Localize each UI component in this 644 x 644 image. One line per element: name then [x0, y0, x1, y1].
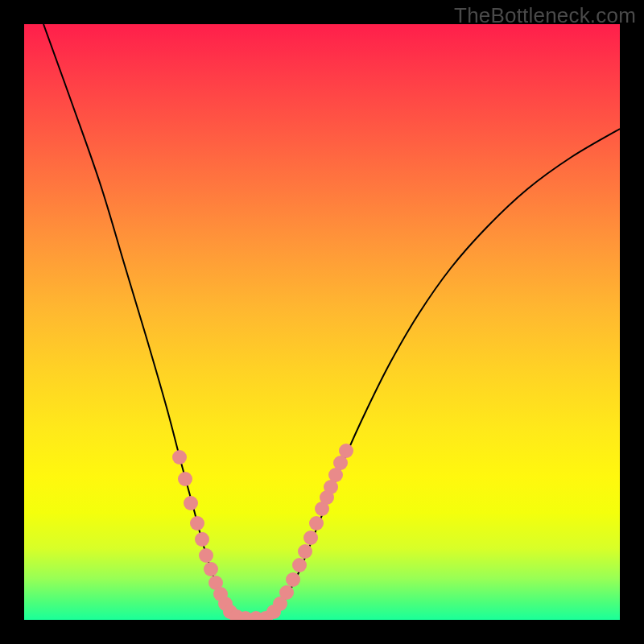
marker-dot: [172, 450, 187, 464]
watermark-text: TheBottleneck.com: [454, 3, 636, 28]
marker-dot: [292, 558, 307, 572]
marker-dot: [178, 472, 192, 486]
marker-dot: [190, 516, 204, 530]
marker-dot: [309, 516, 324, 530]
marker-dot: [195, 532, 209, 547]
marker-dot: [286, 572, 300, 587]
marker-dot: [303, 530, 318, 545]
marker-dot: [339, 444, 353, 458]
marker-dot: [199, 548, 213, 563]
chart-svg: [24, 24, 620, 620]
plot-area: [24, 24, 620, 620]
marker-dot: [298, 544, 312, 559]
chart-frame: TheBottleneck.com: [0, 0, 644, 644]
bottleneck-curve: [43, 24, 620, 619]
marker-dot: [184, 496, 198, 510]
marker-dot: [279, 585, 294, 600]
marker-dot: [204, 562, 218, 576]
